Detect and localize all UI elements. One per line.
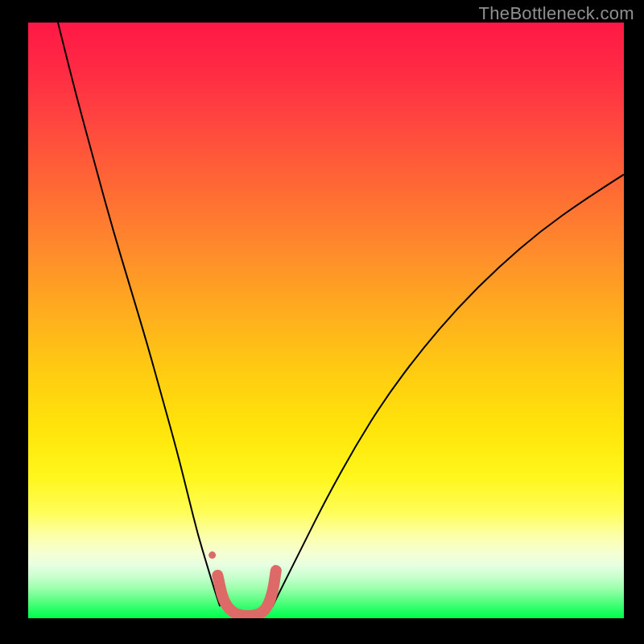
valley-highlight	[217, 571, 276, 616]
chart-frame: TheBottleneck.com	[0, 0, 644, 644]
plot-area	[28, 23, 624, 618]
valley-dot	[208, 551, 216, 559]
curves-svg	[28, 23, 624, 618]
right-curve	[272, 175, 624, 607]
left-curve	[58, 23, 220, 606]
watermark-text: TheBottleneck.com	[479, 3, 634, 24]
